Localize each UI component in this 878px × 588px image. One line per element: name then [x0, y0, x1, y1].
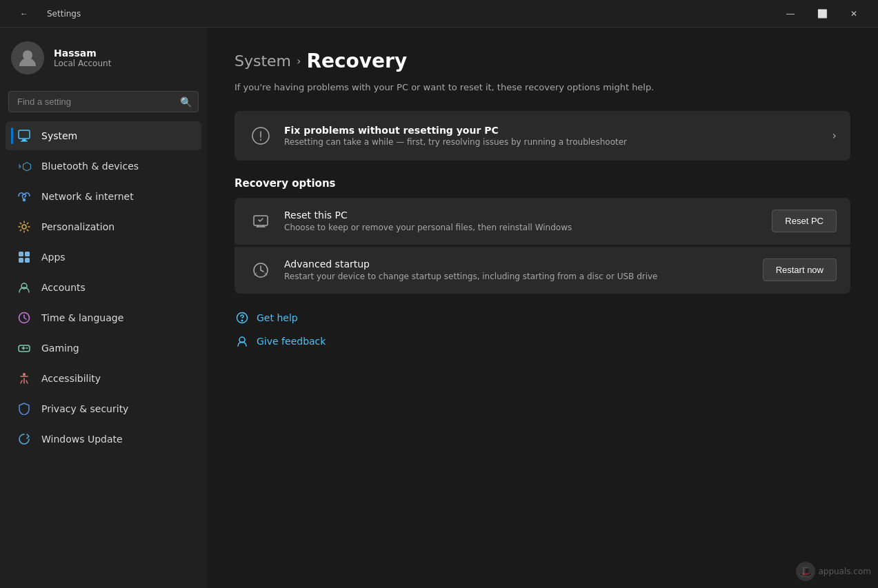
breadcrumb-separator: ›: [297, 54, 301, 68]
user-section: Hassam Local Account: [0, 33, 207, 85]
app-container: Hassam Local Account 🔍 System ⬡ Bluetoot…: [0, 28, 878, 588]
get-help-icon: [235, 310, 250, 325]
get-help-label: Get help: [257, 312, 298, 323]
sidebar-item-label-accessibility: Accessibility: [41, 373, 101, 384]
sidebar-item-update[interactable]: Windows Update: [6, 425, 201, 454]
gaming-icon: [17, 341, 32, 356]
sidebar-item-apps[interactable]: Apps: [6, 243, 201, 272]
recovery-options-title: Recovery options: [235, 177, 850, 190]
sidebar-item-system[interactable]: System: [6, 121, 201, 150]
network-icon: [17, 189, 32, 204]
back-button[interactable]: ←: [8, 3, 40, 25]
svg-rect-2: [22, 139, 26, 141]
search-box: 🔍: [8, 91, 199, 112]
reset-title: Reset this PC: [284, 210, 572, 221]
sidebar-item-label-bluetooth: Bluetooth & devices: [41, 161, 139, 172]
reset-icon: [248, 209, 273, 234]
sidebar-item-label-system: System: [41, 130, 77, 141]
sidebar-item-label-update: Windows Update: [41, 434, 123, 445]
sidebar-item-label-gaming: Gaming: [41, 343, 79, 354]
bluetooth-icon: ⬡: [17, 159, 32, 174]
advanced-description: Restart your device to change startup se…: [284, 272, 658, 281]
apps-icon: [17, 250, 32, 265]
sidebar-item-label-apps: Apps: [41, 252, 66, 263]
user-account-type: Local Account: [54, 59, 111, 68]
fix-chevron-icon: ›: [832, 129, 837, 142]
svg-rect-1: [19, 130, 30, 139]
sidebar-item-accounts[interactable]: Accounts: [6, 273, 201, 302]
advanced-option-left: Advanced startup Restart your device to …: [248, 258, 658, 283]
sidebar-item-label-privacy: Privacy & security: [41, 403, 128, 414]
titlebar: ← Settings — ⬜ ✕: [0, 0, 878, 28]
search-input[interactable]: [8, 91, 199, 112]
fix-problems-card[interactable]: Fix problems without resetting your PC R…: [235, 111, 850, 161]
user-name: Hassam: [54, 48, 111, 59]
sidebar-item-label-accounts: Accounts: [41, 282, 86, 293]
personalization-icon: [17, 219, 32, 234]
advanced-texts: Advanced startup Restart your device to …: [284, 258, 658, 281]
update-icon: [17, 432, 32, 447]
titlebar-left: ← Settings: [8, 3, 81, 25]
feedback-label: Give feedback: [257, 336, 326, 347]
give-feedback-link[interactable]: Give feedback: [235, 334, 850, 349]
page-title: Recovery: [306, 50, 407, 72]
sidebar-item-network[interactable]: Network & internet: [6, 182, 201, 211]
sidebar: Hassam Local Account 🔍 System ⬡ Bluetoot…: [0, 28, 207, 588]
time-icon: [17, 310, 32, 325]
fix-description: Resetting can take a while — first, try …: [284, 137, 627, 147]
reset-pc-button[interactable]: Reset PC: [772, 210, 837, 232]
help-section: Get help Give feedback: [235, 310, 850, 349]
svg-rect-7: [19, 252, 23, 256]
reset-description: Choose to keep or remove your personal f…: [284, 223, 572, 232]
sidebar-item-label-network: Network & internet: [41, 191, 134, 202]
sidebar-item-label-personalization: Personalization: [41, 221, 114, 232]
minimize-button[interactable]: —: [775, 3, 806, 25]
sidebar-item-time[interactable]: Time & language: [6, 303, 201, 332]
svg-rect-10: [25, 258, 30, 263]
svg-point-6: [22, 225, 26, 229]
watermark-logo: 🎩: [796, 562, 815, 581]
page-description: If you're having problems with your PC o…: [235, 81, 850, 94]
watermark-text: appuals.com: [818, 567, 871, 576]
maximize-button[interactable]: ⬜: [806, 3, 838, 25]
titlebar-title: Settings: [47, 9, 81, 19]
fix-title: Fix problems without resetting your PC: [284, 125, 627, 136]
svg-point-14: [23, 373, 26, 376]
sidebar-item-privacy[interactable]: Privacy & security: [6, 394, 201, 423]
watermark: 🎩 appuals.com: [796, 562, 871, 581]
advanced-startup-card: Advanced startup Restart your device to …: [235, 247, 850, 294]
svg-point-5: [23, 199, 26, 201]
avatar: [11, 41, 44, 74]
reset-texts: Reset this PC Choose to keep or remove y…: [284, 210, 572, 232]
accessibility-icon: [17, 371, 32, 386]
fix-texts: Fix problems without resetting your PC R…: [284, 125, 627, 147]
privacy-icon: [17, 401, 32, 416]
reset-option-left: Reset this PC Choose to keep or remove y…: [248, 209, 572, 234]
sidebar-item-personalization[interactable]: Personalization: [6, 212, 201, 241]
search-icon: 🔍: [180, 97, 192, 108]
svg-point-19: [241, 320, 243, 321]
svg-rect-8: [25, 252, 30, 256]
get-help-link[interactable]: Get help: [235, 310, 850, 325]
system-icon: [17, 128, 32, 143]
main-content: System › Recovery If you're having probl…: [207, 28, 878, 588]
sidebar-item-bluetooth[interactable]: ⬡ Bluetooth & devices: [6, 152, 201, 181]
advanced-startup-icon: [248, 258, 273, 283]
advanced-title: Advanced startup: [284, 258, 658, 270]
svg-rect-9: [19, 258, 23, 263]
fix-card-left: Fix problems without resetting your PC R…: [248, 123, 627, 148]
fix-icon: [248, 123, 273, 148]
sidebar-item-label-time: Time & language: [41, 312, 123, 323]
restart-now-button[interactable]: Restart now: [763, 258, 837, 281]
svg-rect-3: [21, 141, 28, 142]
titlebar-controls: — ⬜ ✕: [775, 3, 870, 25]
accounts-icon: [17, 280, 32, 295]
sidebar-item-gaming[interactable]: Gaming: [6, 334, 201, 363]
reset-pc-card: Reset this PC Choose to keep or remove y…: [235, 198, 850, 245]
breadcrumb: System › Recovery: [235, 50, 850, 72]
user-info: Hassam Local Account: [54, 48, 111, 68]
close-button[interactable]: ✕: [838, 3, 870, 25]
breadcrumb-parent[interactable]: System: [235, 52, 291, 70]
feedback-icon: [235, 334, 250, 349]
sidebar-item-accessibility[interactable]: Accessibility: [6, 364, 201, 393]
